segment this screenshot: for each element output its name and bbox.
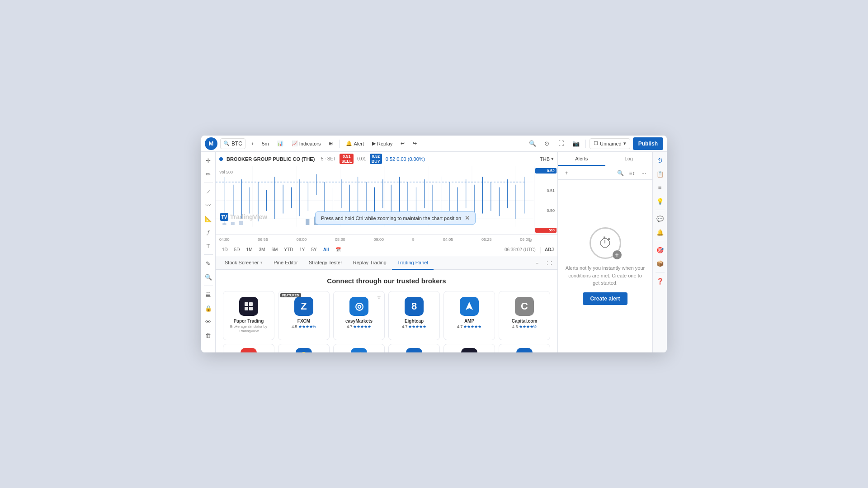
right-tab-alerts[interactable]: Alerts (558, 152, 605, 166)
calendar-button[interactable]: 📅 (333, 245, 344, 254)
chart-tooltip: Press and hold Ctrl while zooming to mai… (315, 211, 476, 225)
period-1m[interactable]: 1M (244, 245, 255, 254)
fr-notification-btn[interactable]: 🔔 (654, 226, 666, 238)
alert-label: Alert (354, 141, 364, 146)
symbol-search[interactable]: 🔍 BTC (220, 138, 245, 149)
more-alerts-button[interactable]: ··· (639, 168, 649, 178)
fr-layers-btn[interactable]: ≡ (654, 182, 666, 193)
draw-tool[interactable]: ✏ (203, 168, 214, 180)
search-alerts-button[interactable]: 🔍 (615, 168, 625, 178)
time-5: 09:00 (373, 237, 384, 242)
broker-card-r2-4[interactable]: ⚙ (388, 344, 440, 352)
publish-button[interactable]: Publish (633, 137, 663, 150)
dropdown-icon: ▾ (623, 141, 626, 146)
period-5d[interactable]: 5D (231, 245, 243, 254)
period-ytd[interactable]: YTD (281, 245, 296, 254)
broker-name-capital: Capital.com (512, 319, 538, 324)
broker-card-r2-6[interactable]: ▲ (499, 344, 550, 352)
redo-button[interactable]: ↪ (410, 138, 420, 149)
eye-tool[interactable]: 👁 (203, 316, 214, 328)
magnet-tool[interactable]: 🏛 (203, 289, 214, 300)
star-outline-icon[interactable]: ☆ (377, 294, 382, 300)
search-global-button[interactable]: 🔍 (527, 138, 538, 150)
fib-tool[interactable]: 𝑓 (203, 226, 214, 238)
svg-rect-51 (306, 219, 309, 225)
tab-pine-editor[interactable]: Pine Editor (268, 256, 303, 270)
broker-card-capital[interactable]: C Capital.com 4.6 ★★★★½ (499, 291, 550, 340)
zoom-tool[interactable]: 🔍 (203, 271, 214, 283)
broker-card-amp[interactable]: AMP 4.7 ★★★★★ (443, 291, 495, 340)
alert-button[interactable]: 🔔 Alert (343, 138, 367, 149)
broker-sub-paper-trading: Brokerage simulator by TradingView (227, 324, 270, 334)
price-51: 0.51 (535, 188, 557, 193)
broker-rating-easymarkets: 4.7 ★★★★★ (347, 324, 372, 329)
filter-alerts-button[interactable]: ≡↕ (627, 168, 637, 178)
tab-minimize-button[interactable]: − (532, 258, 542, 268)
mid-price: 0.01 (357, 156, 366, 161)
trendline-tool[interactable]: ⟋ (203, 186, 214, 197)
right-tab-log[interactable]: Log (605, 152, 653, 166)
fr-sep-2 (656, 241, 665, 241)
separator (339, 140, 340, 148)
lock-tool[interactable]: 🔒 (203, 302, 214, 314)
fr-chat-btn[interactable]: 💬 (654, 213, 666, 225)
broker-card-r2-2[interactable]: 💡 (278, 344, 330, 352)
period-1d[interactable]: 1D (219, 245, 231, 254)
replay-button[interactable]: ▶ Replay (369, 138, 395, 149)
period-6m[interactable]: 6M (269, 245, 280, 254)
time-labels: 04:00 06:55 08:00 08:30 09:00 8 04:05 05… (219, 237, 530, 242)
undo-icon: ↩ (401, 141, 405, 146)
fr-watchlist-btn[interactable]: 📋 (654, 168, 666, 180)
period-5y[interactable]: 5Y (309, 245, 320, 254)
period-3m[interactable]: 3M (256, 245, 268, 254)
snapshot-button[interactable]: 📷 (570, 138, 582, 150)
fr-sep-3 (656, 272, 665, 272)
broker-card-r2-5[interactable]: W (443, 344, 495, 352)
broker-name-eightcap: Eightcap (405, 319, 424, 324)
tab-trading-panel[interactable]: Trading Panel (392, 256, 434, 270)
time-zoom-icon[interactable]: ⊙ (528, 238, 532, 243)
broker-card-r2-3[interactable]: ⚡ (333, 344, 385, 352)
broker-card-fxcm[interactable]: FEATURED Z FXCM 4.5 ★★★★½ (278, 291, 330, 340)
fr-portfolio-btn[interactable]: 📦 (654, 258, 666, 269)
tooltip-close-button[interactable]: ✕ (465, 215, 470, 221)
timeframe-button[interactable]: 5m (259, 138, 271, 149)
pattern-tool[interactable]: ✎ (203, 258, 214, 269)
period-1y[interactable]: 1Y (297, 245, 307, 254)
tab-replay-trading[interactable]: Replay Trading (348, 256, 392, 270)
tab-stock-screener[interactable]: Stock Screener ▾ (219, 256, 268, 270)
crosshair-tool[interactable]: ✛ (203, 155, 214, 166)
right-tabs: Alerts Log (558, 152, 652, 166)
measure-tool[interactable]: 📐 (203, 213, 214, 225)
tab-maximize-button[interactable]: ⛶ (544, 258, 554, 268)
channel-tool[interactable]: 〰 (203, 199, 214, 211)
tab-strategy-tester[interactable]: Strategy Tester (303, 256, 348, 270)
broker-logo-eightcap: 8 (405, 297, 424, 316)
templates-button[interactable]: ⊞ (326, 138, 335, 149)
fr-ideas-btn[interactable]: 💡 (654, 195, 666, 207)
fullscreen-button[interactable]: ⛶ (556, 138, 567, 150)
logo-button[interactable]: M (205, 137, 217, 150)
broker-name-easymarkets: easyMarkets (345, 319, 373, 324)
undo-button[interactable]: ↩ (398, 138, 407, 149)
period-sep: | (539, 246, 541, 254)
fr-alerts-btn[interactable]: ⏱ (654, 155, 666, 166)
broker-card-eightcap[interactable]: 8 Eightcap 4.7 ★★★★★ (388, 291, 440, 340)
watch-button[interactable]: ⊙ (541, 138, 553, 150)
text-tool[interactable]: T (203, 240, 214, 252)
create-alert-button[interactable]: Create alert (583, 292, 627, 305)
broker-card-easymarkets[interactable]: ☆ ◎ easyMarkets 4.7 ★★★★★ (333, 291, 385, 340)
chart-type-button[interactable]: 📊 (274, 138, 286, 149)
symbol-dot (219, 157, 223, 161)
add-indicator-button[interactable]: + (248, 138, 256, 149)
delete-tool[interactable]: 🗑 (203, 329, 214, 341)
tabs-bar: Stock Screener ▾ Pine Editor Strategy Te… (216, 256, 557, 270)
broker-card-paper-trading[interactable]: Paper Trading Brokerage simulator by Tra… (223, 291, 274, 340)
fr-help-btn[interactable]: ❓ (654, 275, 666, 287)
period-all[interactable]: All (321, 245, 332, 254)
fr-target-btn[interactable]: 🎯 (654, 244, 666, 256)
indicators-button[interactable]: 📈 Indicators (289, 138, 324, 149)
unnamed-button[interactable]: ☐ Unnamed ▾ (590, 138, 630, 149)
broker-card-r2-1[interactable]: $ (223, 344, 274, 352)
add-alert-button[interactable]: + (561, 168, 571, 178)
